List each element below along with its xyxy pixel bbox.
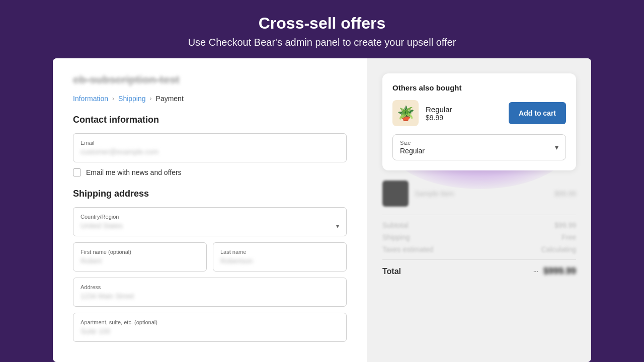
size-select[interactable]: Size Regular ▾	[392, 134, 566, 160]
newsletter-label: Email me with news and offers	[86, 168, 182, 176]
product-name: Regular	[426, 105, 502, 114]
product-price: $9.99	[426, 114, 502, 122]
breadcrumb-shipping[interactable]: Shipping	[118, 95, 146, 103]
order-item-price: $99.99	[554, 190, 576, 198]
email-label: Email	[80, 140, 339, 146]
apt-label: Apartment, suite, etc. (optional)	[80, 319, 339, 325]
country-select[interactable]: Country/Region United States ▾	[73, 207, 347, 236]
apt-value: Suite 100	[80, 327, 339, 335]
apt-field[interactable]: Apartment, suite, etc. (optional) Suite …	[73, 313, 347, 342]
crosssell-title: Others also bought	[392, 83, 566, 92]
crosssell-card: Others also bought 🪴 Regular $9.99 Add t…	[382, 73, 576, 170]
last-name-field[interactable]: Last name Robertson	[213, 242, 347, 272]
page-title: Cross-sell offers	[188, 14, 456, 33]
taxes-value: Calculating	[541, 245, 576, 253]
subtotal-label: Subtotal	[382, 221, 408, 229]
crosssell-product-row: 🪴 Regular $9.99 Add to cart	[392, 100, 566, 126]
country-chevron-icon: ▾	[336, 223, 339, 230]
first-name-field[interactable]: First name (optional) Robert	[73, 242, 207, 272]
country-value: United States	[80, 222, 336, 230]
size-chevron-icon: ▾	[555, 143, 558, 151]
order-divider	[382, 215, 576, 215]
shipping-label: Shipping	[382, 233, 410, 241]
subtotal-value: $99.99	[554, 221, 576, 229]
total-divider	[382, 259, 576, 260]
total-label: Total	[382, 267, 401, 276]
shipping-value: Free	[561, 233, 576, 241]
taxes-label: Taxes estimated	[382, 245, 433, 253]
subtotal-row: Subtotal $99.99	[382, 221, 576, 229]
order-item: Sample Item $99.99	[382, 180, 576, 207]
checkout-panel: cb-subscription-test Information › Shipp…	[53, 58, 367, 362]
newsletter-checkbox-row[interactable]: Email me with news and offers	[73, 168, 347, 176]
order-item-image	[382, 180, 409, 207]
shipping-section-title: Shipping address	[73, 189, 347, 199]
order-item-name: Sample Item	[415, 190, 548, 198]
email-value: customer@example.com	[80, 148, 339, 156]
first-name-label: First name (optional)	[80, 249, 199, 255]
contact-section-title: Contact information	[73, 115, 347, 125]
country-label: Country/Region	[80, 214, 336, 220]
total-dots: ···	[533, 268, 538, 275]
taxes-row: Taxes estimated Calculating	[382, 245, 576, 253]
page-subtitle: Use Checkout Bear's admin panel to creat…	[188, 37, 456, 48]
breadcrumb-sep-2: ›	[150, 95, 152, 102]
address-value: 1234 Main Street	[80, 292, 339, 300]
shipping-section: Shipping address Country/Region United S…	[73, 189, 347, 342]
main-container: cb-subscription-test Information › Shipp…	[53, 58, 591, 362]
product-image: 🪴	[392, 100, 419, 126]
name-row: First name (optional) Robert Last name R…	[73, 242, 347, 272]
last-name-label: Last name	[220, 249, 339, 255]
last-name-value: Robertson	[220, 257, 339, 265]
total-row: Total ··· $999.99	[382, 266, 576, 277]
shipping-row: Shipping Free	[382, 233, 576, 241]
product-info: Regular $9.99	[426, 105, 502, 122]
page-header: Cross-sell offers Use Checkout Bear's ad…	[178, 0, 466, 58]
address-field[interactable]: Address 1234 Main Street	[73, 278, 347, 307]
first-name-value: Robert	[80, 257, 199, 265]
breadcrumb-sep-1: ›	[112, 95, 114, 102]
breadcrumb-information[interactable]: Information	[73, 95, 108, 103]
size-value: Regular	[400, 147, 425, 155]
store-name: cb-subscription-test	[73, 73, 347, 86]
newsletter-checkbox[interactable]	[73, 168, 81, 176]
total-value: $999.99	[543, 266, 576, 277]
breadcrumb: Information › Shipping › Payment	[73, 95, 347, 103]
breadcrumb-payment[interactable]: Payment	[156, 95, 184, 103]
email-field[interactable]: Email customer@example.com	[73, 133, 347, 162]
address-label: Address	[80, 284, 339, 290]
add-to-cart-button[interactable]: Add to cart	[509, 102, 566, 124]
size-label: Size	[400, 140, 425, 146]
order-panel: Others also bought 🪴 Regular $9.99 Add t…	[367, 58, 591, 362]
